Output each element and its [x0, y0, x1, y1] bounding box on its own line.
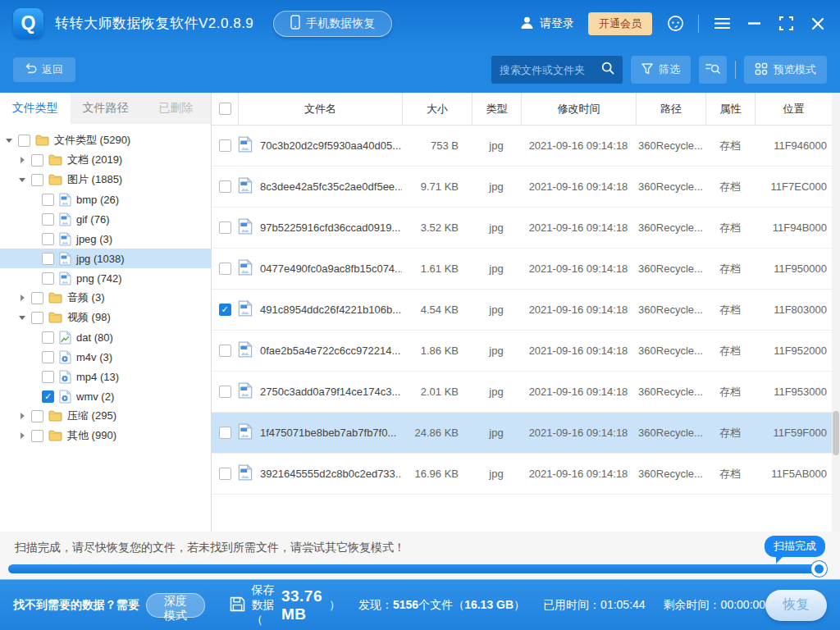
- file-modified: 2021-09-16 09:14:18: [521, 468, 636, 480]
- jpg-file-icon: [238, 341, 253, 360]
- menu-icon[interactable]: [713, 15, 731, 33]
- minimize-button[interactable]: [745, 15, 763, 33]
- table-row[interactable]: 70c3b20d2c9f5930aa40d05...753 Bjpg2021-0…: [212, 126, 832, 167]
- row-checkbox[interactable]: [219, 180, 231, 193]
- sidebar-tab[interactable]: 文件路径: [71, 93, 141, 124]
- recover-button[interactable]: 恢复: [765, 590, 827, 621]
- scrollbar-track[interactable]: [832, 93, 840, 532]
- file-modified: 2021-09-16 09:14:18: [521, 304, 636, 316]
- tree-checkbox[interactable]: [42, 213, 54, 226]
- sidebar-tab[interactable]: 文件类型: [0, 93, 71, 124]
- progress-knob: [811, 561, 827, 577]
- row-checkbox[interactable]: [219, 221, 231, 234]
- file-modified: 2021-09-16 09:14:18: [521, 221, 636, 234]
- tree-item[interactable]: 文件类型 (5290): [0, 130, 211, 150]
- tree-checkbox[interactable]: [18, 135, 30, 147]
- tree-checkbox[interactable]: [42, 331, 54, 344]
- tree-checkbox[interactable]: [42, 351, 54, 363]
- tree-item[interactable]: 视频 (98): [0, 308, 211, 327]
- scrollbar-thumb[interactable]: [833, 411, 839, 455]
- tree-item[interactable]: 压缩 (295): [0, 406, 211, 426]
- tree-item[interactable]: 文档 (2019): [0, 150, 211, 170]
- tree-checkbox[interactable]: [31, 410, 43, 422]
- back-button[interactable]: 返回: [13, 57, 75, 82]
- login-button[interactable]: 请登录: [520, 16, 574, 32]
- maximize-button[interactable]: [777, 15, 795, 33]
- chevron-right-icon[interactable]: [18, 413, 26, 419]
- tree-checkbox[interactable]: [42, 233, 54, 245]
- file-name: 70c3b20d2c9f5930aa40d05...: [260, 139, 401, 152]
- tree-checkbox[interactable]: [42, 194, 54, 206]
- tree-checkbox[interactable]: [31, 430, 43, 442]
- chevron-down-icon[interactable]: [18, 178, 26, 182]
- tree-checkbox[interactable]: [31, 312, 43, 324]
- deep-mode-button[interactable]: 深度模式: [146, 593, 205, 618]
- chevron-right-icon[interactable]: [18, 157, 26, 163]
- tree-checkbox[interactable]: [42, 272, 54, 285]
- table-row[interactable]: 0477e490fc0a9ac8fb15c074...1.61 KBjpg202…: [212, 249, 832, 290]
- row-checkbox[interactable]: ✓: [219, 304, 231, 316]
- tree-item[interactable]: ✓wmv (2): [0, 386, 211, 406]
- bottombar: 找不到需要的数据？需要 深度模式 保存数据（ 33.76 MB ） 发现：515…: [0, 579, 840, 630]
- file-location: 11F952000: [755, 345, 832, 357]
- file-size: 9.71 KB: [402, 180, 472, 193]
- vip-badge-button[interactable]: 开通会员: [588, 12, 652, 35]
- row-checkbox[interactable]: [219, 345, 231, 357]
- column-header: 文件名: [238, 93, 402, 125]
- file-path: 360Recycle...: [636, 427, 705, 439]
- row-checkbox[interactable]: [219, 262, 231, 275]
- preview-mode-button[interactable]: 预览模式: [744, 56, 827, 84]
- customer-service-icon[interactable]: [666, 15, 684, 33]
- file-type: jpg: [472, 221, 521, 234]
- select-all-checkbox[interactable]: [219, 103, 231, 115]
- tree-item[interactable]: jpeg (3): [0, 229, 211, 249]
- tree-item[interactable]: gif (76): [0, 209, 211, 229]
- table-row[interactable]: 1f475071be8beb7ab7fb7f0...24.86 KBjpg202…: [212, 413, 832, 454]
- folder-icon: [48, 174, 62, 185]
- tree-checkbox[interactable]: [42, 253, 54, 265]
- found-count: 5156: [393, 598, 418, 611]
- tree-item[interactable]: mp4 (13): [0, 367, 211, 386]
- tree-checkbox[interactable]: [42, 371, 54, 383]
- tree-item[interactable]: jpg (1038): [0, 249, 211, 268]
- folder-icon: [48, 154, 62, 166]
- tree-checkbox[interactable]: ✓: [42, 390, 54, 403]
- search-input[interactable]: [500, 64, 601, 76]
- table-row[interactable]: 97b5225916cfd36ccad0919...3.52 KBjpg2021…: [212, 208, 832, 249]
- table-row[interactable]: 2750c3add0a79f14ce174c3...2.01 KBjpg2021…: [212, 372, 832, 413]
- column-header: 类型: [472, 93, 521, 125]
- folder-icon: [35, 135, 49, 146]
- chevron-down-icon[interactable]: [5, 139, 13, 143]
- close-button[interactable]: [809, 15, 827, 33]
- tree-item[interactable]: 音频 (3): [0, 288, 211, 308]
- chevron-right-icon[interactable]: [18, 432, 26, 439]
- tree-item[interactable]: dat (80): [0, 327, 211, 347]
- tree-checkbox[interactable]: [31, 174, 43, 186]
- search-settings-button[interactable]: [699, 56, 727, 84]
- tree-checkbox[interactable]: [31, 292, 43, 304]
- phone-recovery-button[interactable]: 手机数据恢复: [273, 11, 392, 37]
- filter-button[interactable]: 筛选: [631, 56, 691, 84]
- table-row[interactable]: 0fae2b5a4e722c6cc972214...1.86 KBjpg2021…: [212, 331, 832, 372]
- save-data-button[interactable]: 保存数据（ 33.76 MB ）: [230, 583, 340, 628]
- deep-mode-hint: 找不到需要的数据？需要: [13, 598, 139, 613]
- table-row[interactable]: ✓491c8954ddc26f4221b106b...4.54 KBjpg202…: [212, 290, 832, 331]
- row-checkbox[interactable]: [219, 427, 231, 439]
- jpg-file-icon: [238, 423, 253, 442]
- search-icon[interactable]: [601, 62, 614, 78]
- row-checkbox[interactable]: [219, 139, 231, 152]
- row-checkbox[interactable]: [219, 386, 231, 398]
- tree-item[interactable]: m4v (3): [0, 347, 211, 367]
- row-checkbox[interactable]: [219, 468, 231, 480]
- tree-item[interactable]: 图片 (1885): [0, 170, 211, 189]
- chevron-right-icon[interactable]: [18, 294, 26, 301]
- tree-item[interactable]: bmp (26): [0, 189, 211, 209]
- tree-checkbox[interactable]: [31, 154, 43, 167]
- table-row[interactable]: 3921645555d2c8b0c2ed733...16.96 KBjpg202…: [212, 454, 832, 495]
- table-row[interactable]: 8c3dee42a5fc35c2ae0df5ee...9.71 KBjpg202…: [212, 167, 832, 208]
- chevron-down-icon[interactable]: [18, 316, 26, 320]
- file-table: 文件名大小类型修改时间路径属性位置 70c3b20d2c9f5930aa40d0…: [212, 93, 840, 532]
- tree-item[interactable]: 其他 (990): [0, 426, 211, 445]
- sidebar-tab[interactable]: 已删除: [140, 93, 211, 124]
- tree-item[interactable]: png (742): [0, 268, 211, 288]
